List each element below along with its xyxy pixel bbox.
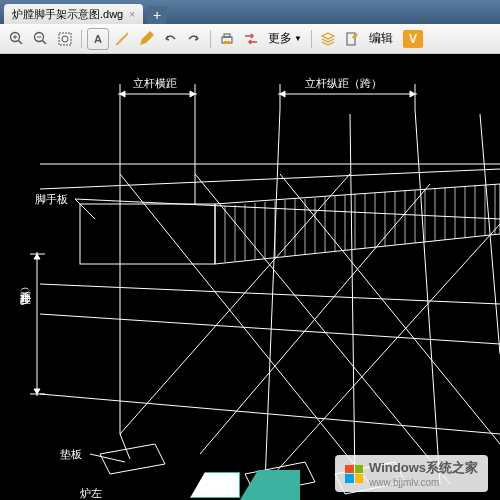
svg-line-69	[120, 434, 130, 459]
undo-icon[interactable]	[159, 28, 181, 50]
drawing-canvas[interactable]: 立杆横距 立杆纵距（跨） 脚手板 立杆步距（步） 垫板 炉左 Windows系统…	[0, 54, 500, 500]
svg-line-64	[195, 174, 450, 484]
tab-title: 炉膛脚手架示意图.dwg	[12, 7, 123, 22]
svg-rect-11	[224, 41, 230, 44]
svg-point-8	[62, 36, 68, 42]
zoom-in-icon[interactable]	[6, 28, 28, 50]
svg-line-26	[40, 169, 500, 189]
svg-rect-12	[347, 33, 355, 45]
svg-line-1	[19, 40, 23, 44]
new-tab-button[interactable]: +	[147, 6, 167, 24]
svg-line-71	[90, 454, 125, 462]
convert-icon[interactable]	[240, 28, 262, 50]
measure-icon[interactable]	[111, 28, 133, 50]
file-tab[interactable]: 炉膛脚手架示意图.dwg ×	[4, 4, 143, 24]
toolbar: A 更多▼ 编辑 V	[0, 24, 500, 54]
zoom-out-icon[interactable]	[30, 28, 52, 50]
board-label: 脚手板	[35, 192, 68, 207]
cad-drawing	[0, 54, 500, 500]
close-icon[interactable]: ×	[129, 9, 135, 20]
svg-line-5	[43, 40, 47, 44]
svg-line-70	[75, 199, 95, 219]
separator	[81, 30, 82, 48]
layers-icon[interactable]	[317, 28, 339, 50]
svg-line-23	[350, 114, 355, 484]
tab-bar: 炉膛脚手架示意图.dwg × +	[0, 0, 500, 24]
watermark-url: www.bjjmlv.com	[369, 477, 478, 488]
redo-icon[interactable]	[183, 28, 205, 50]
more-button[interactable]: 更多▼	[264, 28, 306, 49]
svg-rect-7	[59, 33, 71, 45]
separator	[311, 30, 312, 48]
pencil-icon[interactable]	[135, 28, 157, 50]
base-label: 垫板	[60, 447, 82, 462]
edit-button[interactable]: 编辑	[365, 28, 397, 49]
svg-line-62	[265, 224, 500, 484]
svg-line-27	[75, 199, 500, 219]
zoom-window-icon[interactable]	[54, 28, 76, 50]
watermark: Windows系统之家 www.bjjmlv.com	[335, 455, 488, 492]
windows-logo-icon	[345, 465, 363, 483]
svg-line-30	[40, 394, 500, 434]
svg-line-29	[40, 314, 500, 344]
svg-line-65	[280, 174, 500, 444]
bottom-label: 炉左	[80, 486, 102, 500]
watermark-text: Windows系统之家	[369, 459, 478, 477]
svg-line-21	[265, 109, 280, 484]
svg-rect-31	[80, 204, 215, 264]
text-tool-icon[interactable]: A	[87, 28, 109, 50]
dim-label-2: 立杆纵距（跨）	[305, 76, 382, 91]
print-icon[interactable]	[216, 28, 238, 50]
v-badge[interactable]: V	[403, 30, 423, 48]
svg-rect-10	[224, 34, 230, 37]
edit-doc-icon[interactable]	[341, 28, 363, 50]
separator	[210, 30, 211, 48]
dim-label-1: 立杆横距	[133, 76, 177, 91]
